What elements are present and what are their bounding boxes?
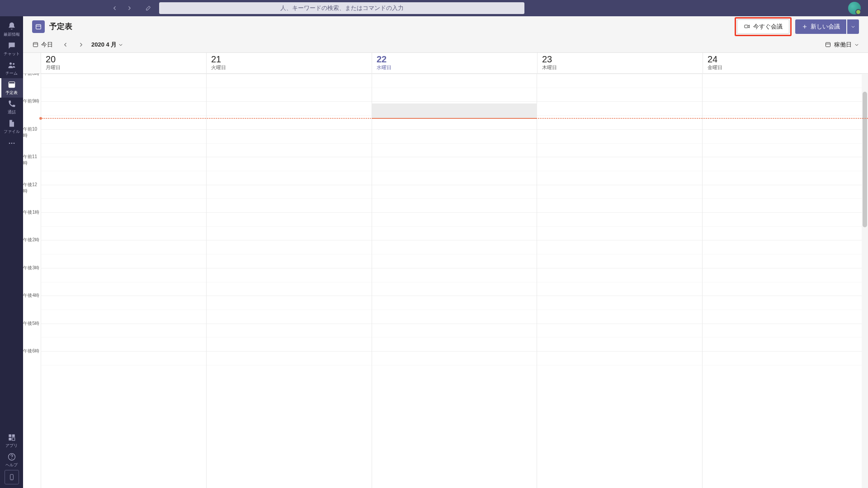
svg-point-1 <box>13 63 14 65</box>
time-label: 午前11時 <box>23 154 39 166</box>
time-label: 午後4時 <box>23 292 39 299</box>
time-label: 午後6時 <box>23 348 39 354</box>
time-label: 午前8時 <box>23 74 39 77</box>
nav-forward-button[interactable] <box>124 3 135 14</box>
day-number: 22 <box>377 54 533 64</box>
new-meeting-dropdown[interactable] <box>847 19 859 34</box>
title-bar: 人、キーワードの検索、またはコマンドの入力 <box>0 0 868 16</box>
nav-back-button[interactable] <box>109 3 120 14</box>
rail-files[interactable]: ファイル <box>0 117 23 136</box>
vertical-scrollbar[interactable] <box>862 74 868 488</box>
calendar-view-icon <box>825 41 831 48</box>
today-button[interactable]: 今日 <box>32 41 53 49</box>
svg-point-13 <box>11 458 12 459</box>
svg-point-7 <box>13 143 14 144</box>
meet-now-highlight: 今すぐ会議 <box>735 17 792 36</box>
svg-rect-21 <box>826 42 830 47</box>
rail-calls-label: 通話 <box>8 109 16 115</box>
time-selection[interactable] <box>372 103 538 118</box>
new-meeting-button[interactable]: 新しい会議 <box>795 19 846 34</box>
day-number: 20 <box>46 54 202 64</box>
svg-point-6 <box>11 143 12 144</box>
month-label: 2020 4 月 <box>91 41 117 49</box>
day-header[interactable]: 23木曜日 <box>538 53 703 73</box>
calendar-toolbar: 今日 2020 4 月 稼働日 <box>23 37 868 53</box>
time-label: 午後1時 <box>23 209 39 216</box>
day-header[interactable]: 22水曜日 <box>372 53 538 73</box>
day-label: 金曜日 <box>708 64 863 71</box>
rail-files-label: ファイル <box>4 129 20 135</box>
view-label: 稼働日 <box>834 41 852 49</box>
rail-apps[interactable]: アプリ <box>0 431 23 450</box>
compose-button[interactable] <box>143 3 154 14</box>
svg-rect-19 <box>33 42 38 47</box>
prev-period-button[interactable] <box>59 38 72 51</box>
day-number: 24 <box>708 54 863 64</box>
day-header-row: 20月曜日21火曜日22水曜日23木曜日24金曜日 <box>23 53 868 74</box>
time-column: 午前8時午前9時午前10時午前11時午後12時午後1時午後2時午後3時午後4時午… <box>23 74 41 488</box>
day-label: 月曜日 <box>46 64 202 71</box>
page-title: 予定表 <box>49 21 72 32</box>
svg-point-15 <box>11 479 12 479</box>
rail-activity[interactable]: 最新情報 <box>0 20 23 39</box>
svg-rect-18 <box>745 25 748 28</box>
next-period-button[interactable] <box>75 38 87 51</box>
day-column[interactable] <box>41 74 207 488</box>
page-header: 予定表 今すぐ会議 新しい会議 <box>23 16 868 37</box>
rail-calendar[interactable]: 予定表 <box>0 78 23 98</box>
time-label: 午後2時 <box>23 237 39 243</box>
time-label: 午後3時 <box>23 265 39 271</box>
grid-body[interactable]: 午前8時午前9時午前10時午前11時午後12時午後1時午後2時午後3時午後4時午… <box>23 74 868 488</box>
chevron-down-icon <box>851 24 855 29</box>
rail-calls[interactable]: 通話 <box>0 98 23 117</box>
svg-rect-16 <box>36 24 41 29</box>
time-label: 午後12時 <box>23 182 39 194</box>
rail-teams[interactable]: チーム <box>0 59 23 78</box>
time-column-header <box>23 53 41 73</box>
day-column[interactable] <box>703 74 868 488</box>
video-icon <box>744 23 750 30</box>
svg-rect-10 <box>9 438 11 441</box>
rail-chat-label: チャット <box>4 51 20 57</box>
day-column[interactable] <box>372 74 538 488</box>
rail-teams-label: チーム <box>5 70 18 76</box>
svg-rect-8 <box>9 434 11 437</box>
rail-help-label: ヘルプ <box>5 462 18 468</box>
svg-rect-9 <box>12 434 14 437</box>
chevron-down-icon <box>854 42 859 47</box>
meet-now-button[interactable]: 今すぐ会議 <box>737 19 789 34</box>
day-label: 木曜日 <box>542 64 698 71</box>
scrollbar-thumb[interactable] <box>863 92 867 227</box>
rail-chat[interactable]: チャット <box>0 39 23 59</box>
rail-apps-label: アプリ <box>5 443 18 449</box>
calendar-icon <box>32 20 45 33</box>
day-column[interactable] <box>537 74 703 488</box>
time-label: 午後5時 <box>23 320 39 327</box>
day-header[interactable]: 24金曜日 <box>703 53 868 73</box>
rail-activity-label: 最新情報 <box>4 32 20 38</box>
svg-rect-11 <box>12 438 14 441</box>
day-column[interactable] <box>207 74 372 488</box>
search-input[interactable]: 人、キーワードの検索、またはコマンドの入力 <box>159 2 524 14</box>
profile-avatar[interactable] <box>848 2 861 14</box>
current-time-indicator-solid <box>372 118 538 119</box>
month-selector[interactable]: 2020 4 月 <box>91 41 123 49</box>
day-label: 火曜日 <box>211 64 367 71</box>
view-selector[interactable]: 稼働日 <box>825 41 859 49</box>
day-header[interactable]: 20月曜日 <box>41 53 207 73</box>
plus-icon <box>802 23 808 30</box>
day-number: 23 <box>542 54 698 64</box>
calendar-today-icon <box>32 41 39 48</box>
calendar-main: 予定表 今すぐ会議 新しい会議 今日 2020 4 月 <box>23 16 868 488</box>
rail-mobile-button[interactable] <box>5 470 19 484</box>
day-label: 水曜日 <box>377 64 533 71</box>
rail-more-button[interactable] <box>7 136 16 150</box>
svg-point-0 <box>9 62 12 65</box>
day-number: 21 <box>211 54 367 64</box>
meet-now-label: 今すぐ会議 <box>753 23 783 31</box>
calendar-grid: 20月曜日21火曜日22水曜日23木曜日24金曜日 午前8時午前9時午前10時午… <box>23 53 868 488</box>
rail-help[interactable]: ヘルプ <box>0 450 23 470</box>
chevron-down-icon <box>118 42 123 47</box>
time-label: 午前10時 <box>23 126 39 139</box>
day-header[interactable]: 21火曜日 <box>207 53 372 73</box>
